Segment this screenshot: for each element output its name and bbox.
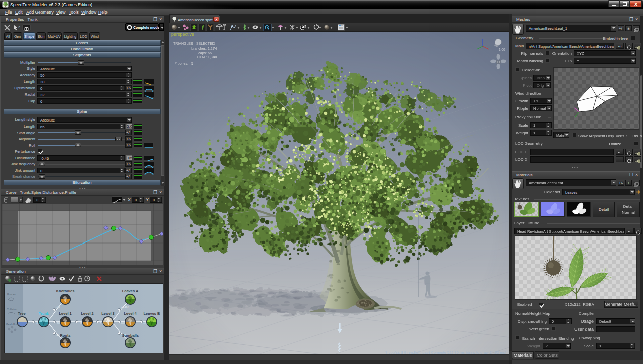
svg-text:Trunk: Trunk [39, 311, 49, 316]
svg-text:.28: .28 [56, 322, 60, 325]
svg-text:Level 2: Level 2 [81, 311, 93, 316]
svg-text:Forces: Forces [7, 293, 16, 296]
svg-text:Leaves B: Leaves B [144, 311, 161, 316]
svg-text:12.667: 12.667 [121, 305, 129, 308]
svg-text:.8: .8 [36, 322, 38, 325]
svg-text:Roots: Roots [60, 333, 70, 338]
svg-text:Level 3: Level 3 [101, 311, 114, 316]
svg-text:Level 4: Level 4 [124, 311, 137, 316]
svg-text:Leaves A: Leaves A [122, 289, 139, 293]
svg-text:.79: .79 [56, 305, 60, 308]
svg-text:Gumballs: Gumballs [122, 333, 139, 338]
svg-text:Level 1: Level 1 [59, 311, 71, 316]
svg-text:.2: .2 [56, 333, 58, 336]
svg-text:?: ? [18, 25, 20, 29]
svg-text:Knotholes: Knotholes [56, 289, 75, 293]
svg-text:Collision: Collision [7, 308, 17, 311]
svg-text:Tree: Tree [18, 311, 25, 316]
